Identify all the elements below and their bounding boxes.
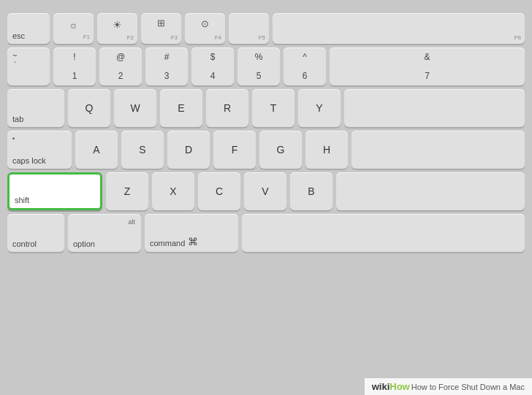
key-6[interactable]: ^ 6 xyxy=(284,47,326,85)
key-f6[interactable]: F6 xyxy=(273,13,525,44)
key-b[interactable]: B xyxy=(290,172,332,210)
key-t[interactable]: T xyxy=(252,89,294,127)
key-control[interactable]: control xyxy=(7,214,64,252)
key-x[interactable]: X xyxy=(152,172,194,210)
key-spacebar[interactable] xyxy=(242,214,525,252)
command-symbol: ⌘ xyxy=(188,236,198,248)
key-option[interactable]: alt option xyxy=(68,214,141,252)
key-d[interactable]: D xyxy=(167,131,210,169)
key-tab[interactable]: tab xyxy=(7,89,64,127)
key-r[interactable]: R xyxy=(206,89,248,127)
key-5[interactable]: % 5 xyxy=(238,47,280,85)
key-h[interactable]: H xyxy=(305,131,348,169)
command-label: command xyxy=(150,239,185,248)
key-2[interactable]: @ 2 xyxy=(99,47,142,85)
f1-label: F1 xyxy=(83,34,90,41)
f2-label: F2 xyxy=(127,34,134,41)
key-4[interactable]: $ 4 xyxy=(191,47,234,85)
key-1[interactable]: ! 1 xyxy=(53,47,96,85)
f4-label: F4 xyxy=(215,34,221,41)
bottom-row: control alt option command ⌘ xyxy=(7,214,525,252)
key-f4[interactable]: ⊙ F4 xyxy=(185,13,225,44)
key-z[interactable]: Z xyxy=(106,172,148,210)
zxcv-row: shift Z X C V B xyxy=(7,172,525,210)
asdf-row: • caps lock A S D F G H xyxy=(7,131,525,169)
key-esc[interactable]: esc xyxy=(7,13,50,44)
key-f2[interactable]: ☀ F2 xyxy=(97,13,137,44)
option-label: option xyxy=(73,239,95,248)
key-7[interactable]: & 7 xyxy=(330,47,525,85)
key-c[interactable]: C xyxy=(198,172,240,210)
key-s[interactable]: S xyxy=(121,131,164,169)
key-a[interactable]: A xyxy=(75,131,118,169)
key-q[interactable]: Q xyxy=(68,89,110,127)
key-capslock[interactable]: • caps lock xyxy=(7,131,72,169)
wikihow-title: How to Force Shut Down a Mac xyxy=(411,383,525,391)
key-shift-left[interactable]: shift xyxy=(7,172,102,210)
key-w[interactable]: W xyxy=(114,89,156,127)
wikihow-logo: wikiHow xyxy=(372,381,410,392)
key-backslash[interactable] xyxy=(344,89,525,127)
key-return[interactable] xyxy=(352,131,525,169)
key-f3[interactable]: ⊞ F3 xyxy=(141,13,181,44)
wikihow-watermark: wikiHow How to Force Shut Down a Mac xyxy=(365,378,532,395)
f5-label: F5 xyxy=(259,34,265,41)
f6-label: F6 xyxy=(514,34,521,41)
fn-row: esc ☼ F1 ☀ F2 ⊞ F3 ⊙ F4 F5 F6 xyxy=(7,13,525,44)
qwerty-row: tab Q W E R T Y xyxy=(7,89,525,127)
key-v[interactable]: V xyxy=(244,172,286,210)
key-g[interactable]: G xyxy=(259,131,302,169)
key-3[interactable]: # 3 xyxy=(145,47,188,85)
number-row: ~ ` ! 1 @ 2 # 3 $ 4 % 5 ^ 6 & 7 xyxy=(7,47,525,85)
key-f5[interactable]: F5 xyxy=(229,13,269,44)
esc-label: esc xyxy=(12,31,25,40)
key-shift-right[interactable] xyxy=(336,172,525,210)
control-label: control xyxy=(12,239,37,248)
keyboard-image: esc ☼ F1 ☀ F2 ⊞ F3 ⊙ F4 F5 F6 ~ ` xyxy=(0,0,532,395)
key-e[interactable]: E xyxy=(160,89,202,127)
key-y[interactable]: Y xyxy=(298,89,341,127)
key-command[interactable]: command ⌘ xyxy=(145,214,238,252)
key-f[interactable]: F xyxy=(213,131,256,169)
f3-label: F3 xyxy=(171,34,178,41)
key-tilde[interactable]: ~ ` xyxy=(7,47,50,85)
key-f1[interactable]: ☼ F1 xyxy=(53,13,94,44)
